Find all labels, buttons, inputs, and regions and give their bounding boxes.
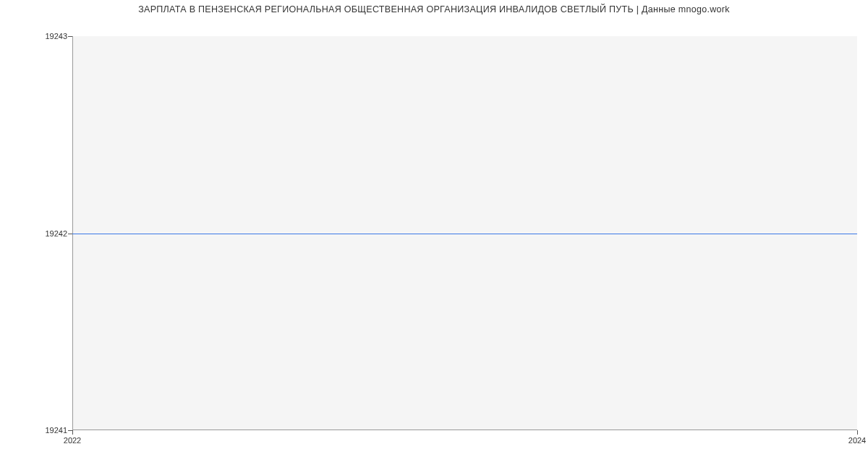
x-tick (857, 430, 858, 435)
y-tick-label: 19243 (2, 32, 67, 40)
series-line (72, 234, 857, 234)
y-tick (68, 36, 72, 37)
y-tick-label: 19242 (2, 229, 67, 238)
x-tick-label: 2022 (64, 436, 81, 445)
y-tick-label: 19241 (2, 426, 67, 435)
x-tick (72, 430, 73, 435)
x-tick-label: 2024 (848, 436, 866, 445)
chart-title: ЗАРПЛАТА В ПЕНЗЕНСКАЯ РЕГИОНАЛЬНАЯ ОБЩЕС… (0, 4, 868, 14)
